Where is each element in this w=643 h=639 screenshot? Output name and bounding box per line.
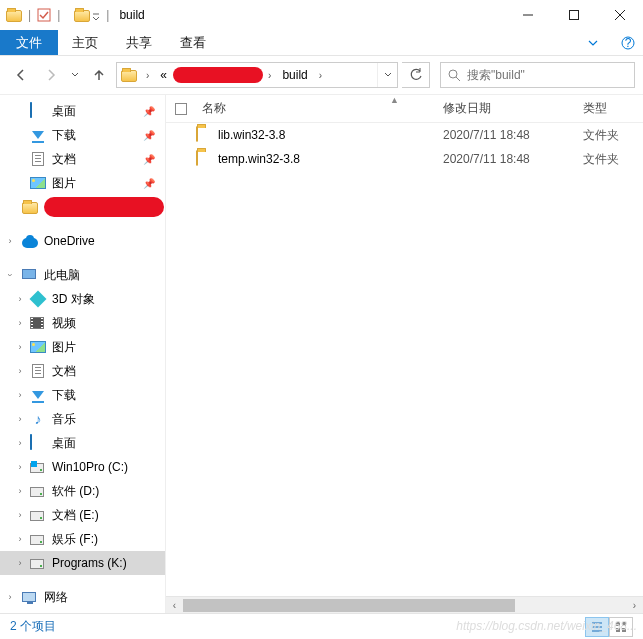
download-icon bbox=[30, 127, 46, 143]
column-header-name[interactable]: 名称 bbox=[196, 100, 443, 117]
sidebar-item[interactable]: ›娱乐 (F:) bbox=[0, 527, 165, 551]
sidebar-item[interactable]: ›软件 (D:) bbox=[0, 479, 165, 503]
chevron-right-icon[interactable]: › bbox=[263, 70, 276, 81]
checkbox-checked-icon[interactable] bbox=[37, 8, 51, 22]
column-header-type[interactable]: 类型 bbox=[583, 100, 643, 117]
dropdown-icon[interactable] bbox=[92, 8, 100, 22]
sidebar-item[interactable]: ›文档 bbox=[0, 359, 165, 383]
horizontal-scrollbar[interactable]: ‹ › bbox=[166, 596, 643, 613]
music-icon: ♪ bbox=[30, 411, 46, 427]
address-dropdown-button[interactable] bbox=[377, 63, 397, 87]
sidebar-item-onedrive[interactable]: › OneDrive bbox=[0, 229, 165, 253]
minimize-button[interactable] bbox=[505, 0, 551, 30]
desktop-icon bbox=[30, 435, 46, 451]
scroll-thumb[interactable] bbox=[183, 599, 515, 612]
sidebar-item[interactable]: ›下载 bbox=[0, 383, 165, 407]
file-list-pane: ▲ 名称 修改日期 类型 lib.win32-3.82020/7/11 18:4… bbox=[166, 95, 643, 613]
scroll-right-button[interactable]: › bbox=[626, 600, 643, 611]
sidebar-item[interactable]: 桌面📌 bbox=[0, 99, 165, 123]
chevron-right-icon[interactable]: › bbox=[14, 318, 26, 328]
ribbon-expand-button[interactable] bbox=[573, 30, 613, 55]
chevron-right-icon[interactable]: › bbox=[14, 294, 26, 304]
help-button[interactable]: ? bbox=[613, 30, 643, 55]
download-icon bbox=[30, 387, 46, 403]
chevron-right-icon[interactable]: › bbox=[314, 70, 327, 81]
svg-rect-14 bbox=[622, 622, 626, 626]
chevron-right-icon[interactable]: › bbox=[141, 70, 154, 81]
sidebar-item[interactable]: ›Programs (K:) bbox=[0, 551, 165, 575]
sidebar-item[interactable]: ›3D 对象 bbox=[0, 287, 165, 311]
chevron-right-icon[interactable]: › bbox=[4, 236, 16, 246]
sidebar-item[interactable]: ›Win10Pro (C:) bbox=[0, 455, 165, 479]
chevron-right-icon[interactable]: › bbox=[14, 414, 26, 424]
sidebar-item[interactable]: ›文档 (E:) bbox=[0, 503, 165, 527]
file-list[interactable]: lib.win32-3.82020/7/11 18:48文件夹temp.win3… bbox=[166, 123, 643, 596]
sidebar-item[interactable]: 文档📌 bbox=[0, 147, 165, 171]
file-name: lib.win32-3.8 bbox=[218, 128, 285, 142]
back-button[interactable] bbox=[8, 62, 34, 88]
close-button[interactable] bbox=[597, 0, 643, 30]
status-bar: 2 个项目 bbox=[0, 613, 643, 639]
drive-icon bbox=[30, 507, 46, 523]
scroll-left-button[interactable]: ‹ bbox=[166, 600, 183, 611]
title-bar: | | | build bbox=[0, 0, 643, 30]
sidebar-item-label: Win10Pro (C:) bbox=[52, 460, 128, 474]
chevron-right-icon[interactable]: › bbox=[14, 558, 26, 568]
chevron-right-icon[interactable]: › bbox=[14, 366, 26, 376]
svg-text:?: ? bbox=[625, 36, 632, 50]
drive-icon bbox=[30, 459, 46, 475]
column-header-date[interactable]: 修改日期 bbox=[443, 100, 583, 117]
sidebar-item[interactable]: ›图片 bbox=[0, 335, 165, 359]
scroll-track[interactable] bbox=[183, 597, 626, 613]
chevron-right-icon[interactable]: › bbox=[14, 510, 26, 520]
redacted-label bbox=[44, 197, 164, 217]
address-bar[interactable]: › « › build › bbox=[116, 62, 398, 88]
pin-icon: 📌 bbox=[143, 178, 155, 189]
window-controls bbox=[505, 0, 643, 30]
chevron-right-icon[interactable]: › bbox=[14, 342, 26, 352]
file-row[interactable]: lib.win32-3.82020/7/11 18:48文件夹 bbox=[166, 123, 643, 147]
sidebar-item[interactable]: ›桌面 bbox=[0, 431, 165, 455]
up-button[interactable] bbox=[86, 62, 112, 88]
chevron-right-icon[interactable]: › bbox=[14, 390, 26, 400]
maximize-button[interactable] bbox=[551, 0, 597, 30]
column-select-all[interactable] bbox=[166, 103, 196, 115]
network-icon bbox=[22, 592, 36, 602]
video-icon bbox=[30, 315, 46, 331]
navigation-tree[interactable]: 桌面📌下载📌文档📌图片📌 › OneDrive › 此电脑 ›3D 对象›视频›… bbox=[0, 95, 166, 613]
tab-view[interactable]: 查看 bbox=[166, 30, 220, 55]
chevron-right-icon[interactable]: › bbox=[14, 534, 26, 544]
drive-icon bbox=[30, 531, 46, 547]
sidebar-item-label: 下载 bbox=[52, 127, 76, 144]
tab-file[interactable]: 文件 bbox=[0, 30, 58, 55]
sidebar-item-thispc[interactable]: › 此电脑 bbox=[0, 263, 165, 287]
sidebar-item[interactable]: 图片📌 bbox=[0, 171, 165, 195]
sidebar-item[interactable]: ›视频 bbox=[0, 311, 165, 335]
chevron-right-icon[interactable]: › bbox=[14, 438, 26, 448]
breadcrumb-current[interactable]: build bbox=[276, 68, 313, 82]
chevron-right-icon[interactable]: › bbox=[14, 486, 26, 496]
folder-icon bbox=[74, 10, 90, 22]
pin-icon: 📌 bbox=[143, 154, 155, 165]
checkbox-icon[interactable] bbox=[175, 103, 187, 115]
search-input[interactable] bbox=[467, 68, 628, 82]
file-date: 2020/7/11 18:48 bbox=[443, 128, 583, 142]
tab-home[interactable]: 主页 bbox=[58, 30, 112, 55]
view-details-button[interactable] bbox=[585, 617, 609, 637]
sidebar-item-network[interactable]: › 网络 bbox=[0, 585, 165, 609]
breadcrumb-overflow[interactable]: « bbox=[154, 68, 173, 82]
sidebar-item-redacted[interactable] bbox=[0, 195, 165, 219]
forward-button[interactable] bbox=[38, 62, 64, 88]
search-box[interactable] bbox=[440, 62, 635, 88]
chevron-right-icon[interactable]: › bbox=[4, 592, 16, 602]
refresh-button[interactable] bbox=[402, 62, 430, 88]
tab-share[interactable]: 共享 bbox=[112, 30, 166, 55]
sidebar-item[interactable]: ›♪音乐 bbox=[0, 407, 165, 431]
document-icon bbox=[30, 363, 46, 379]
chevron-right-icon[interactable]: › bbox=[14, 462, 26, 472]
recent-locations-button[interactable] bbox=[68, 62, 82, 88]
file-row[interactable]: temp.win32-3.82020/7/11 18:48文件夹 bbox=[166, 147, 643, 171]
view-large-icons-button[interactable] bbox=[609, 617, 633, 637]
chevron-down-icon[interactable]: › bbox=[5, 269, 15, 281]
sidebar-item[interactable]: 下载📌 bbox=[0, 123, 165, 147]
